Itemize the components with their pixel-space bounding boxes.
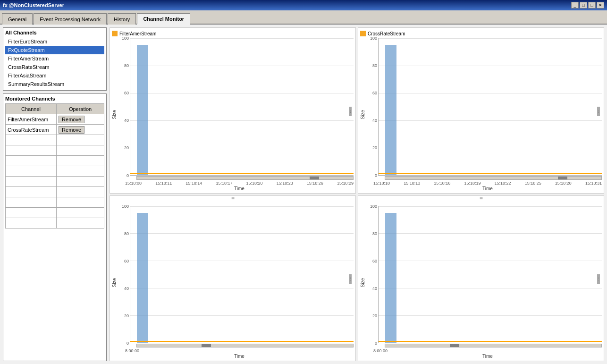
all-channels-title: All Channels [5,30,104,35]
x-axis-label-bottom-left: Time [118,354,354,359]
scrollbar-h-bottom-right[interactable] [385,344,602,347]
scroll-indicator[interactable]: ⋮ [597,107,600,116]
grid-line [379,120,602,121]
chart-inner-top-left: ⋮ [130,38,354,176]
maximize-button[interactable]: □ [588,2,596,8]
content-area: All Channels FilterEuroStream FxQuoteStr… [0,25,607,364]
grid-line [379,38,602,39]
channel-item-summaryresults[interactable]: SummaryResultsStream [5,80,104,88]
y-axis-label-top-right: Size [360,38,367,191]
grid-line [379,261,602,261]
tab-history[interactable]: History [108,13,136,25]
scrollbar-h-top-left[interactable] [136,176,354,180]
drag-handle: ☰ [480,197,483,201]
col-operation: Operation [57,104,104,114]
grid-line [130,233,354,234]
chart-bar [137,45,148,175]
monitored-channel-1: FilterAmerStream [6,114,57,125]
chart-top-left: FilterAmerStream Size 100 80 60 [110,27,356,194]
scroll-indicator[interactable]: ⋮ [349,107,352,116]
channel-item-filterasia[interactable]: FilterAsiaStream [5,71,104,80]
grid-line [130,38,354,39]
grid-line [130,148,354,148]
grid-line [379,148,602,148]
scrollbar-h-bottom-left[interactable] [136,344,354,347]
table-row [6,208,104,218]
x-axis-label-top-right: Time [367,186,602,191]
x-ticks-bottom-left: 8:00:00 [118,348,354,353]
left-panel: All Channels FilterEuroStream FxQuoteStr… [3,27,107,361]
tab-epn[interactable]: Event Processing Network [34,13,107,25]
tab-channel-monitor[interactable]: Channel Monitor [137,13,190,25]
chart-body-top-left: Size 100 80 60 40 20 0 [112,38,354,191]
drag-handle: ☰ [231,197,235,201]
chart-baseline [379,173,602,174]
chart-legend-top-left: FilterAmerStream [112,30,354,37]
chart-bar [137,213,148,343]
table-row: CrossRateStream Remove [6,125,104,135]
title-bar-text: fx @NonClusteredServer [3,2,64,8]
tabs-bar: General Event Processing Network History… [0,10,607,25]
chart-bottom-right: ☰ Size 100 80 60 40 20 [358,195,604,362]
x-axis-label-bottom-right: Time [367,354,602,359]
remove-button-2[interactable]: Remove [59,126,84,134]
legend-label-top-left: FilterAmerStream [119,31,156,36]
scrollbar-h-top-right[interactable] [385,176,602,180]
channel-item-fxquote[interactable]: FxQuoteStream [5,46,104,54]
title-bar-buttons: _ □ □ ✕ [571,2,604,8]
table-row [6,145,104,156]
remove-button-1[interactable]: Remove [59,116,84,123]
grid-line [130,66,354,66]
chart-baseline [130,173,354,174]
monitored-channel-2: CrossRateStream [6,125,57,135]
chart-inner-bottom-left: ⋮ [130,206,354,344]
table-row [6,177,104,187]
monitored-table: Channel Operation FilterAmerStream Remov… [5,103,104,229]
x-ticks-bottom-right: 8:00:00 [367,348,602,353]
chart-legend-bottom-left: ☰ [112,198,354,205]
legend-color-top-right [360,31,366,36]
all-channels-panel: All Channels FilterEuroStream FxQuoteStr… [3,27,107,91]
grid-line [379,233,602,234]
chart-inner-top-right: ⋮ [378,38,602,176]
restore-button[interactable]: □ [580,2,587,8]
grid-line [379,206,602,207]
grid-line [130,288,354,288]
scroll-indicator[interactable]: ⋮ [349,274,352,284]
chart-bar [385,45,396,175]
y-axis-label-bottom-right: Size [360,206,367,359]
grid-line [379,66,602,66]
close-button[interactable]: ✕ [597,2,604,8]
grid-line [130,120,354,121]
chart-body-bottom-left: Size 100 80 60 40 20 0 [112,206,354,359]
grid-line [379,93,602,93]
table-row [6,187,104,197]
legend-color-top-left [112,31,118,36]
monitored-channels-panel: Monitored Channels Channel Operation Fil… [3,93,107,361]
grid-line [130,261,354,261]
minimize-button[interactable]: _ [571,2,579,8]
chart-top-right: CrossRateStream Size 100 80 60 40 [358,27,604,194]
grid-line [379,288,602,288]
chart-bottom-left: ☰ Size 100 80 60 40 20 [110,195,356,362]
chart-inner-bottom-right: ⋮ [378,206,602,344]
monitored-channels-title: Monitored Channels [5,96,104,102]
chart-bar [385,213,396,343]
chart-body-top-right: Size 100 80 60 40 20 0 [360,38,602,191]
tab-general[interactable]: General [2,13,33,25]
legend-label-top-right: CrossRateStream [368,31,405,36]
channel-item-filteramer[interactable]: FilterAmerStream [5,54,104,63]
chart-baseline [379,341,602,342]
x-ticks-top-right: 15:18:10 15:18:13 15:18:16 15:18:19 15:1… [367,181,602,186]
table-row: FilterAmerStream Remove [6,114,104,125]
channel-item-crossrate[interactable]: CrossRateStream [5,63,104,71]
col-channel: Channel [6,104,57,114]
channel-item-filtereuros[interactable]: FilterEuroStream [5,37,104,46]
x-axis-label-top-left: Time [118,186,354,191]
grid-line [130,93,354,93]
table-row [6,135,104,145]
chart-legend-bottom-right: ☰ [360,198,602,205]
monitored-op-1: Remove [57,114,104,125]
scroll-indicator[interactable]: ⋮ [597,274,600,284]
monitored-op-2: Remove [57,125,104,135]
